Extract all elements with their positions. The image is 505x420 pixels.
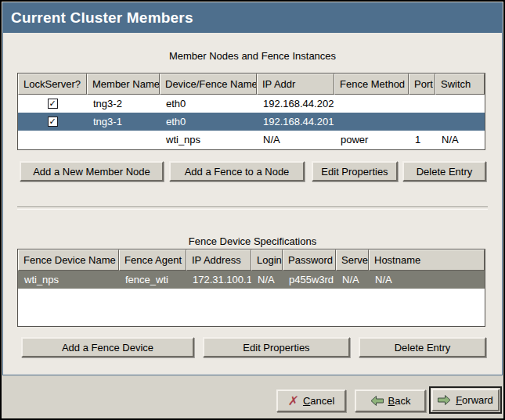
switch-cell [435,113,485,131]
back-button[interactable]: Back [355,389,426,412]
dialog-header: Current Cluster Members [3,3,502,33]
cluster-members-window: Current Cluster Members Member Nodes and… [0,0,505,420]
column-header-switch[interactable]: Switch [435,74,485,95]
column-header-device-fence-name[interactable]: Device/Fence Name [160,74,257,95]
switch-cell [435,95,485,113]
fence-table-caption: Fence Device Specifications [2,235,503,247]
column-header-lockserver[interactable]: LockServer? [18,74,87,95]
ip-addr-cell: 192.168.44.201 [257,113,334,131]
column-header-hostname[interactable]: Hostname [369,249,485,271]
fence-method-cell: power [334,131,409,149]
column-header-fence-device-name[interactable]: Fence Device Name [18,249,119,271]
member-nodes-table: LockServer? Member Name Device/Fence Nam… [17,73,485,150]
forward-button[interactable]: Forward [431,389,500,411]
port-cell: 1 [409,131,435,149]
column-header-port[interactable]: Port [409,74,435,95]
add-fence-device-button[interactable]: Add a Fence Device [21,337,194,357]
member-name-cell: tng3-1 [87,113,160,131]
column-header-fence-method[interactable]: Fence Method [334,74,409,95]
ip-addr-cell: 192.168.44.202 [257,95,334,113]
device-fence-name-cell: wti_nps [160,131,257,149]
column-header-ip-addr[interactable]: IP Addr [257,74,334,95]
member-nodes-table-header: LockServer? Member Name Device/Fence Nam… [18,74,485,95]
server-cell: N/A [336,271,369,289]
column-header-server[interactable]: Server [336,249,369,271]
fence-method-cell [334,113,409,131]
password-cell: p455w3rd [283,271,336,289]
members-table-caption: Member Nodes and Fence Instances [2,50,503,62]
member-name-cell: tng3-2 [87,95,160,113]
port-cell [409,95,435,113]
lockserver-checkbox[interactable]: ✓ [48,99,58,109]
back-button-label: Back [388,395,411,407]
forward-button-label: Forward [456,394,493,406]
column-header-login[interactable]: Login [251,249,283,271]
fence-devices-table-header: Fence Device Name Fence Agent IP Address… [18,249,485,271]
hostname-cell: N/A [369,271,485,289]
delete-entry-button-members[interactable]: Delete Entry [402,161,486,181]
delete-entry-button-fence[interactable]: Delete Entry [359,337,486,357]
edit-properties-button-fence[interactable]: Edit Properties [203,337,350,357]
page-title: Current Cluster Members [3,9,193,27]
member-name-cell [87,131,160,149]
back-arrow-icon [370,396,384,406]
table-row-tng3-1-selected[interactable]: ✓ tng3-1 eth0 192.168.44.201 [18,113,485,131]
section-separator [17,206,488,210]
table-row-wti-nps-device-selected[interactable]: wti_nps fence_wti 172.31.100.1 N/A p455w… [18,271,485,289]
ip-address-cell: 172.31.100.1 [186,271,251,289]
add-fence-to-node-button[interactable]: Add a Fence to a Node [169,161,305,181]
table-row-tng3-2[interactable]: ✓ tng3-2 eth0 192.168.44.202 [18,95,485,113]
fence-method-cell [334,95,409,113]
column-header-ip-address[interactable]: IP Address [186,249,251,271]
cancel-button-label: Cancel [303,395,334,407]
ip-addr-cell: N/A [257,131,334,149]
lockserver-checkbox[interactable]: ✓ [48,117,58,127]
column-header-member-name[interactable]: Member Name [87,74,160,95]
fence-devices-table: Fence Device Name Fence Agent IP Address… [17,249,485,327]
add-new-member-node-button[interactable]: Add a New Member Node [20,161,164,181]
edit-properties-button-members[interactable]: Edit Properties [312,161,398,181]
forward-arrow-icon [438,395,451,405]
column-header-password[interactable]: Password [283,249,336,271]
cancel-button[interactable]: ✗ Cancel [276,389,346,412]
port-cell [409,113,435,131]
fence-agent-cell: fence_wti [119,271,186,289]
column-header-fence-agent[interactable]: Fence Agent [119,249,186,271]
login-cell: N/A [251,271,283,289]
table-row-wti-nps-instance[interactable]: ✓ wti_nps N/A power 1 N/A [18,131,485,149]
device-fence-name-cell: eth0 [160,113,257,131]
switch-cell: N/A [435,131,485,149]
device-fence-name-cell: eth0 [160,95,257,113]
cancel-x-icon: ✗ [287,395,299,407]
forward-button-default-ring: Forward [429,386,502,414]
fence-device-name-cell: wti_nps [18,271,119,289]
